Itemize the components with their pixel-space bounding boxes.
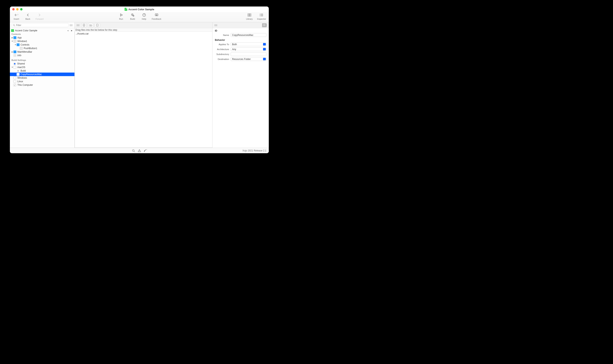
navigator-tree: Accent Color Sample ◀ ▶ Contents ▶App ▼W… xyxy=(10,28,74,148)
svg-point-13 xyxy=(260,15,261,15)
tree-item-macos[interactable]: ▼macOS xyxy=(10,65,74,69)
back-button[interactable]: Back xyxy=(24,13,32,20)
tree-item-controls[interactable]: ▼Controls xyxy=(10,43,74,47)
document-icon xyxy=(125,8,127,11)
subdirectory-field[interactable] xyxy=(231,52,266,56)
columns-icon[interactable] xyxy=(214,24,218,26)
run-button[interactable]: Run xyxy=(117,13,125,20)
maximize-button[interactable] xyxy=(20,8,23,11)
filter-bar xyxy=(10,22,74,28)
history-forward-icon[interactable]: ▶ xyxy=(70,30,73,32)
list-icon xyxy=(259,13,264,17)
app-window: Accent Color Sample Insert Back Fo xyxy=(10,7,269,153)
help-button[interactable]: ? Help xyxy=(140,13,148,20)
svg-rect-6 xyxy=(155,14,158,16)
controls-icon xyxy=(17,43,20,46)
signal-icon[interactable]: ★ xyxy=(144,149,147,152)
play-icon xyxy=(119,13,123,17)
file-item[interactable]: ../Assets.car xyxy=(76,32,211,35)
svg-rect-8 xyxy=(250,13,251,15)
gear-icon: ⚙ xyxy=(17,69,20,72)
svg-rect-10 xyxy=(250,15,251,16)
traffic-lights xyxy=(12,8,23,11)
filter-search[interactable] xyxy=(12,23,69,27)
svg-point-15 xyxy=(260,16,261,16)
remove-file-button[interactable] xyxy=(95,23,100,27)
inspector-toolbar: ID xyxy=(212,22,269,28)
applies-to-select[interactable]: Both xyxy=(231,42,266,46)
tree-item-window1[interactable]: ▼Window1 xyxy=(10,39,74,43)
name-label: Name xyxy=(215,34,229,36)
inspector-panel: ID ID Name CopyResourcesMac Behavior App… xyxy=(212,22,269,148)
chevron-left-icon xyxy=(26,13,30,17)
button-icon xyxy=(20,47,23,50)
forward-button[interactable]: Forward xyxy=(36,13,43,20)
tree-item-linux[interactable]: Linux xyxy=(10,80,74,83)
checkbox-checked-icon[interactable]: ✓ xyxy=(14,84,16,86)
add-folder-button[interactable] xyxy=(88,23,93,27)
project-icon xyxy=(11,29,14,32)
radio-on-icon xyxy=(14,63,16,65)
info-icon xyxy=(14,54,16,57)
library-button[interactable]: Library xyxy=(246,13,253,20)
titlebar: Accent Color Sample xyxy=(10,7,269,12)
disclosure-icon[interactable]: ▼ xyxy=(14,44,17,46)
tree-item-build-step[interactable]: ⚙Build xyxy=(10,69,74,73)
checkbox-icon[interactable] xyxy=(14,80,16,83)
minimize-button[interactable] xyxy=(16,8,19,11)
project-row[interactable]: Accent Color Sample ◀ ▶ xyxy=(10,29,74,32)
search-icon[interactable] xyxy=(132,149,135,152)
inspector-section-behavior: Behavior xyxy=(212,38,269,42)
tree-item-shared[interactable]: Shared xyxy=(10,62,74,65)
filter-input[interactable] xyxy=(16,24,67,27)
disclosure-icon[interactable]: ▼ xyxy=(11,40,14,42)
help-icon: ? xyxy=(142,13,146,17)
disclosure-icon[interactable]: ▶ xyxy=(11,51,14,53)
content-area: Accent Color Sample ◀ ▶ Contents ▶App ▼W… xyxy=(10,22,269,148)
applies-to-label: Applies To xyxy=(215,43,229,46)
app-icon xyxy=(14,36,16,39)
tree-item-this-computer[interactable]: ✓This Computer xyxy=(10,83,74,87)
tree-item-mainmenubar[interactable]: ▶MainMenuBar xyxy=(10,50,74,54)
svg-point-1 xyxy=(132,14,133,15)
copy-step-icon xyxy=(17,73,20,76)
destination-label: Destination xyxy=(215,58,229,60)
close-button[interactable] xyxy=(12,8,15,11)
plus-icon xyxy=(14,13,19,17)
add-file-button[interactable] xyxy=(81,23,86,27)
inspector-body: ID Name CopyResourcesMac Behavior Applie… xyxy=(212,28,269,148)
status-icons: ★ xyxy=(132,149,147,152)
architecture-select[interactable]: Any xyxy=(231,47,266,51)
forward-label: Forward xyxy=(36,18,43,20)
tree-item-pushbutton1[interactable]: PushButton1 xyxy=(10,47,74,50)
insert-button[interactable]: Insert xyxy=(13,13,20,20)
inspector-button[interactable]: Inspector xyxy=(257,13,266,20)
file-list[interactable]: ../Assets.car xyxy=(75,32,212,148)
architecture-label: Architecture xyxy=(215,48,229,51)
svg-text:?: ? xyxy=(143,14,145,16)
disclosure-icon[interactable]: ▼ xyxy=(11,66,14,68)
name-field[interactable]: CopyResourcesMac xyxy=(231,33,266,37)
build-button[interactable]: Build xyxy=(129,13,136,20)
destination-select[interactable]: Resources Folder xyxy=(231,57,266,61)
tree-item-app[interactable]: ▶App xyxy=(10,36,74,39)
disclosure-icon[interactable]: ▶ xyxy=(11,37,14,39)
tree-item-copy-resources[interactable]: CopyResourcesMac xyxy=(10,73,74,76)
editor-toolbar xyxy=(75,22,212,28)
checkbox-icon[interactable] xyxy=(14,77,16,79)
tree-item-info[interactable]: Info xyxy=(10,54,74,57)
window-title: Accent Color Sample xyxy=(125,8,154,11)
search-icon xyxy=(13,24,15,26)
history-back-icon[interactable]: ◀ xyxy=(67,30,69,32)
svg-point-11 xyxy=(260,14,261,14)
columns-icon[interactable] xyxy=(77,24,80,26)
navigator-sidebar: Accent Color Sample ◀ ▶ Contents ▶App ▼W… xyxy=(10,22,75,148)
checkbox-icon[interactable] xyxy=(14,66,16,69)
columns-icon[interactable] xyxy=(70,24,73,26)
inspector-tab-id[interactable]: ID xyxy=(262,23,267,27)
inspector-section-id: ID xyxy=(212,28,269,33)
feedback-button[interactable]: Feedback xyxy=(152,13,161,20)
tree-item-windows[interactable]: Windows xyxy=(10,76,74,80)
inspector-row-subdirectory: Subdirectory xyxy=(212,52,269,57)
warning-icon[interactable] xyxy=(138,149,141,152)
